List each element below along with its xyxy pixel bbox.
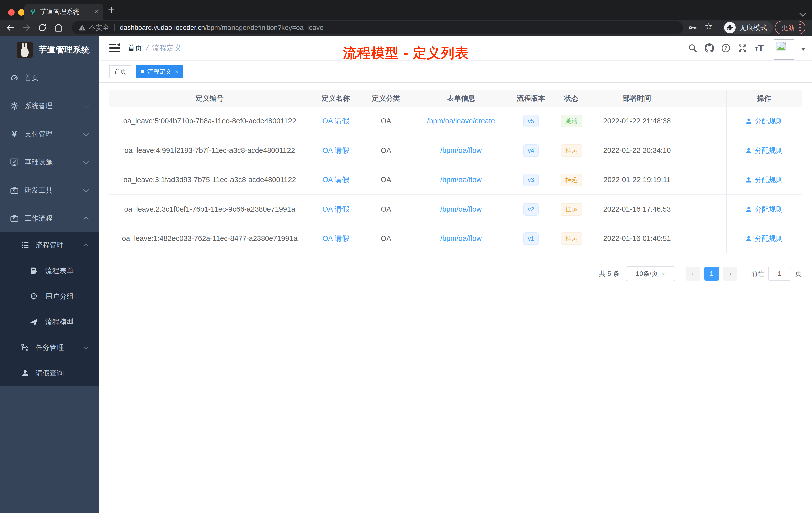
tab-list-chevron-icon[interactable] bbox=[800, 10, 806, 16]
tag-close-icon[interactable]: × bbox=[175, 68, 178, 75]
browser-toolbar: 不安全 dashboard.yudao.iocoder.cn/bpm/manag… bbox=[0, 20, 812, 36]
sidebar-item-workflow[interactable]: 工作流程 bbox=[0, 204, 99, 233]
address-bar[interactable]: 不安全 dashboard.yudao.iocoder.cn/bpm/manag… bbox=[72, 21, 683, 34]
bookmark-star-icon[interactable]: ☆ bbox=[704, 21, 713, 32]
cell-definition-id: oa_leave:2:3c1f0ef1-76b1-11ec-9c66-a2380… bbox=[109, 205, 310, 213]
kebab-menu-icon bbox=[800, 24, 801, 31]
form-link[interactable]: /bpm/oa/flow bbox=[440, 176, 482, 184]
sidebar-item-home[interactable]: 首页 bbox=[0, 64, 99, 92]
table-row: oa_leave:5:004b710b-7b8a-11ec-8ef0-acde4… bbox=[109, 107, 802, 136]
navbar: 首页 / 流程定义 ? bbox=[99, 36, 812, 61]
avatar[interactable] bbox=[774, 39, 794, 60]
form-edit-icon bbox=[29, 267, 39, 275]
version-badge: v3 bbox=[523, 174, 539, 186]
reload-button[interactable] bbox=[38, 23, 47, 32]
github-icon[interactable] bbox=[704, 43, 714, 53]
cell-deploy-time: 2022-01-22 21:48:38 bbox=[592, 117, 682, 125]
sidebar-item-user-group[interactable]: 用户分组 bbox=[0, 283, 99, 309]
page-number-button[interactable]: 1 bbox=[704, 267, 719, 280]
sidebar-item-devtools[interactable]: 研发工具 bbox=[0, 176, 99, 204]
close-window-button[interactable] bbox=[8, 9, 14, 16]
definition-table: 定义编号 定义名称 定义分类 表单信息 流程版本 状态 部署时间 操作 oa_l… bbox=[109, 90, 802, 253]
assign-rule-button[interactable]: 分配规则 bbox=[745, 175, 783, 185]
sidebar-item-infrastructure[interactable]: 基础设施 bbox=[0, 148, 99, 176]
fixed-column-divider bbox=[726, 90, 727, 253]
minimize-window-button[interactable] bbox=[18, 9, 25, 16]
definition-name-link[interactable]: OA 请假 bbox=[322, 204, 349, 214]
definition-name-link[interactable]: OA 请假 bbox=[322, 175, 349, 185]
list-tree-icon bbox=[20, 241, 30, 249]
home-button[interactable] bbox=[54, 23, 63, 32]
chevron-down-icon bbox=[83, 159, 89, 164]
prev-page-button[interactable]: ‹ bbox=[686, 267, 700, 280]
form-link[interactable]: /bpm/oa/leave/create bbox=[427, 117, 495, 125]
pagination: 共 5 条 10条/页 ‹ 1 › 前往 页 bbox=[109, 266, 802, 281]
browser-tab[interactable]: 芋道管理系统 × bbox=[24, 3, 104, 20]
url-host: dashboard.yudao.iocoder.cn bbox=[120, 24, 205, 32]
form-link[interactable]: /bpm/oa/flow bbox=[440, 234, 482, 243]
cell-category: OA bbox=[361, 176, 410, 184]
version-badge: v1 bbox=[523, 233, 539, 245]
incognito-badge[interactable]: 无痕模式 bbox=[723, 21, 773, 34]
sidebar-item-process-form[interactable]: 流程表单 bbox=[0, 258, 99, 283]
assign-rule-button[interactable]: 分配规则 bbox=[745, 205, 783, 214]
avatar-caret-icon[interactable] bbox=[801, 48, 806, 51]
security-label[interactable]: 不安全 bbox=[89, 23, 109, 32]
tab-close-icon[interactable]: × bbox=[94, 7, 98, 16]
next-page-button[interactable]: › bbox=[723, 267, 737, 280]
sidebar-item-process-management[interactable]: 流程管理 bbox=[0, 233, 99, 258]
definition-name-link[interactable]: OA 请假 bbox=[322, 234, 349, 244]
form-link[interactable]: /bpm/oa/flow bbox=[440, 146, 482, 155]
sidebar-item-payment[interactable]: ¥ 支付管理 bbox=[0, 120, 99, 148]
cell-definition-id: oa_leave:5:004b710b-7b8a-11ec-8ef0-acde4… bbox=[109, 117, 310, 125]
fullscreen-icon[interactable] bbox=[738, 43, 747, 53]
help-icon[interactable]: ? bbox=[721, 43, 731, 53]
chevron-up-icon bbox=[83, 216, 89, 221]
user-face-icon bbox=[29, 292, 39, 301]
status-badge: 挂起 bbox=[561, 174, 582, 186]
sidebar-toggle-icon[interactable] bbox=[109, 43, 120, 53]
favicon-plant-icon bbox=[29, 8, 37, 15]
browser-update-menu[interactable]: 更新 bbox=[775, 21, 806, 34]
font-size-icon[interactable]: TT bbox=[754, 43, 764, 54]
search-icon[interactable] bbox=[688, 43, 697, 53]
breadcrumb-separator: / bbox=[146, 44, 148, 53]
assign-rule-button[interactable]: 分配规则 bbox=[745, 234, 783, 243]
sidebar-item-task-management[interactable]: 任务管理 bbox=[0, 335, 99, 360]
version-badge: v4 bbox=[523, 144, 539, 157]
assign-rule-button[interactable]: 分配规则 bbox=[745, 146, 783, 155]
gear-icon bbox=[9, 101, 19, 111]
assign-rule-button[interactable]: 分配规则 bbox=[745, 117, 783, 126]
chevron-down-icon bbox=[83, 102, 89, 108]
back-button[interactable] bbox=[5, 23, 15, 32]
goto-label: 前往 bbox=[751, 269, 764, 278]
cell-category: OA bbox=[361, 146, 410, 155]
password-key-icon[interactable] bbox=[689, 23, 697, 32]
cell-category: OA bbox=[361, 117, 410, 125]
definition-name-link[interactable]: OA 请假 bbox=[322, 146, 349, 156]
sidebar-item-leave-query[interactable]: 请假查询 bbox=[0, 360, 99, 386]
sidebar: 芋道管理系统 首页 系统管理 ¥ 支付管理 bbox=[0, 36, 99, 513]
breadcrumb-home[interactable]: 首页 bbox=[127, 43, 142, 53]
form-link[interactable]: /bpm/oa/flow bbox=[440, 205, 482, 213]
monitor-icon bbox=[9, 158, 19, 167]
sidebar-logo[interactable]: 芋道管理系统 bbox=[0, 36, 99, 64]
definition-name-link[interactable]: OA 请假 bbox=[322, 116, 349, 126]
tag-home[interactable]: 首页 bbox=[109, 65, 131, 78]
sidebar-item-system[interactable]: 系统管理 bbox=[0, 92, 99, 120]
goto-page-input[interactable] bbox=[768, 267, 791, 280]
forward-button[interactable] bbox=[22, 23, 31, 32]
cell-definition-id: oa_leave:3:1fad3d93-7b75-11ec-a3c8-acde4… bbox=[109, 176, 310, 184]
page-size-select[interactable]: 10条/页 bbox=[626, 266, 675, 281]
briefcase-icon bbox=[9, 214, 19, 223]
sidebar-item-process-model[interactable]: 流程模型 bbox=[0, 309, 99, 335]
table-row: oa_leave:4:991f2193-7b7f-11ec-a3c8-acde4… bbox=[109, 136, 802, 165]
main-area: 首页 / 流程定义 ? bbox=[99, 36, 812, 513]
cell-deploy-time: 2022-01-16 01:40:51 bbox=[592, 234, 682, 243]
logo-title: 芋道管理系统 bbox=[39, 44, 90, 56]
chevron-down-icon bbox=[83, 344, 89, 350]
status-badge: 挂起 bbox=[561, 144, 582, 157]
app-root: 流程模型 - 定义列表 芋道管理系统 首页 系统管理 ¥ 支付管理 bbox=[0, 36, 812, 513]
new-tab-button[interactable]: + bbox=[108, 2, 115, 17]
tag-process-definition[interactable]: 流程定义 × bbox=[136, 65, 183, 78]
